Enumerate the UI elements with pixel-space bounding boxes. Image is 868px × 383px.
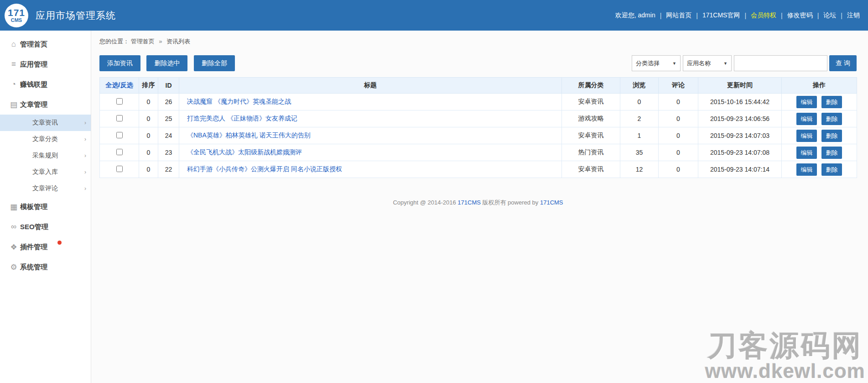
select-all-toggle[interactable]: 全选/反选 — [106, 81, 133, 89]
chevron-right-icon: › — [84, 185, 86, 192]
search-input[interactable] — [734, 55, 827, 71]
top-bar: 171 CMS 应用市场管理系统 欢迎您, admin|网站首页|171CMS官… — [0, 0, 868, 31]
chevron-down-icon: ▼ — [672, 61, 676, 66]
row-checkbox[interactable] — [116, 166, 123, 172]
sidebar-subitem-label: 文章评论 — [32, 184, 58, 193]
sidebar-item-赚钱联盟[interactable]: ◔赚钱联盟 — [0, 74, 91, 94]
header-link-item[interactable]: 171CMS官网 — [702, 11, 740, 20]
header-link-item[interactable]: 注销 — [847, 11, 860, 20]
header-link-item[interactable]: 会员特权 — [751, 11, 776, 20]
table-row: 026决战魔窟 《魔力时代》英魂圣能之战安卓资讯002015-10-16 15:… — [100, 94, 857, 110]
delete-button[interactable]: 删除 — [821, 130, 842, 142]
breadcrumb-separator: » — [159, 38, 162, 45]
sidebar-subitem-文章评论[interactable]: 文章评论› — [0, 180, 91, 197]
search-button[interactable]: 查 询 — [829, 55, 857, 71]
id-cell: 22 — [158, 161, 179, 178]
logo-text-top: 171 — [8, 8, 25, 17]
delete-button[interactable]: 删除 — [821, 163, 842, 176]
news-title-link[interactable]: 科幻手游《小兵传奇》公测火爆开启 同名小说正版授权 — [187, 165, 342, 173]
header-links: 欢迎您, admin|网站首页|171CMS官网|会员特权|修改密码|论坛|注销 — [615, 0, 860, 31]
folder-icon: ▦ — [9, 202, 18, 212]
row-checkbox[interactable] — [116, 98, 123, 105]
checkbox-cell — [100, 127, 139, 144]
sidebar-subitem-文章资讯[interactable]: 文章资讯› — [0, 115, 91, 131]
table-row: 022科幻手游《小兵传奇》公测火爆开启 同名小说正版授权安卓资讯1202015-… — [100, 161, 857, 178]
sidebar: ⌂管理首页≡应用管理◔赚钱联盟▤文章管理文章资讯›文章分类›采集规则›文章入库›… — [0, 31, 91, 383]
news-title-link[interactable]: 决战魔窟 《魔力时代》英魂圣能之战 — [187, 98, 291, 105]
edit-button[interactable]: 编辑 — [796, 163, 817, 176]
sidebar-subitem-label: 文章分类 — [32, 135, 58, 143]
edit-button[interactable]: 编辑 — [796, 130, 817, 142]
category-cell: 安卓资讯 — [562, 127, 620, 144]
delete-selected-button[interactable]: 删除选中 — [146, 55, 187, 71]
delete-button[interactable]: 删除 — [821, 147, 842, 159]
title-cell: 打造完美恋人 《正妹物语》女友养成记 — [179, 110, 562, 127]
edit-button[interactable]: 编辑 — [796, 113, 817, 125]
sidebar-subitem-label: 采集规则 — [32, 152, 58, 160]
news-title-link[interactable]: 《全民飞机大战》太阳级新战机嫦娥测评 — [187, 148, 302, 156]
header-link-item[interactable]: 网站首页 — [666, 11, 691, 20]
column-header-id: ID — [158, 78, 179, 94]
title-cell: 决战魔窟 《魔力时代》英魂圣能之战 — [179, 94, 562, 110]
link-icon: ∞ — [9, 222, 18, 231]
sidebar-item-文章管理[interactable]: ▤文章管理 — [0, 94, 91, 115]
actions-cell: 编辑删除 — [782, 94, 857, 110]
sidebar-item-系统管理[interactable]: ⚙系统管理 — [0, 257, 91, 277]
app-name-select[interactable]: 应用名称 ▼ — [683, 55, 732, 71]
logo-text-bottom: CMS — [11, 18, 22, 23]
breadcrumb-home-link[interactable]: 管理首页 — [131, 38, 155, 45]
sidebar-item-label: 赚钱联盟 — [20, 80, 47, 89]
edit-button[interactable]: 编辑 — [796, 147, 817, 159]
link-separator: | — [696, 12, 698, 19]
title-cell: 《全民飞机大战》太阳级新战机嫦娥测评 — [179, 144, 562, 161]
row-checkbox[interactable] — [116, 132, 123, 138]
link-separator: | — [660, 12, 662, 19]
header-link-item[interactable]: 修改密码 — [787, 11, 813, 20]
sidebar-subitem-文章入库[interactable]: 文章入库› — [0, 164, 91, 180]
chevron-right-icon: › — [84, 169, 86, 175]
sidebar-item-SEO管理[interactable]: ∞SEO管理 — [0, 217, 91, 237]
updated-cell: 2015-10-16 15:44:42 — [698, 94, 782, 110]
news-title-link[interactable]: 打造完美恋人 《正妹物语》女友养成记 — [187, 115, 297, 122]
news-title-link[interactable]: 《NBA英雄》柏林英雄礼 诺天王伟大的告别 — [187, 131, 311, 139]
views-cell: 2 — [620, 110, 659, 127]
table-row: 025打造完美恋人 《正妹物语》女友养成记游戏攻略202015-09-23 14… — [100, 110, 857, 127]
category-cell: 安卓资讯 — [562, 94, 620, 110]
sidebar-item-模板管理[interactable]: ▦模板管理 — [0, 197, 91, 217]
notification-badge — [57, 241, 62, 245]
table-row: 023《全民飞机大战》太阳级新战机嫦娥测评热门资讯3502015-09-23 1… — [100, 144, 857, 161]
sidebar-subitem-采集规则[interactable]: 采集规则› — [0, 147, 91, 164]
delete-button[interactable]: 删除 — [821, 96, 842, 108]
row-checkbox[interactable] — [116, 149, 123, 155]
chevron-right-icon: › — [84, 120, 86, 126]
sidebar-item-管理首页[interactable]: ⌂管理首页 — [0, 34, 91, 54]
header-link-welcome[interactable]: 欢迎您, admin — [615, 11, 655, 20]
plugin-icon: ❖ — [9, 242, 18, 252]
home-icon: ⌂ — [9, 40, 18, 49]
header-link-item[interactable]: 论坛 — [823, 11, 836, 20]
sort-cell: 0 — [139, 127, 158, 144]
table-row: 024《NBA英雄》柏林英雄礼 诺天王伟大的告别安卓资讯102015-09-23… — [100, 127, 857, 144]
sort-cell: 0 — [139, 110, 158, 127]
row-checkbox[interactable] — [116, 115, 123, 121]
add-news-button[interactable]: 添加资讯 — [99, 55, 140, 71]
category-cell: 热门资讯 — [562, 144, 620, 161]
sidebar-item-label: 文章管理 — [20, 100, 47, 109]
footer-cms-link[interactable]: 171CMS — [457, 199, 481, 206]
column-header-category: 所属分类 — [562, 78, 620, 94]
delete-all-button[interactable]: 删除全部 — [194, 55, 235, 71]
sidebar-item-应用管理[interactable]: ≡应用管理 — [0, 54, 91, 74]
category-select[interactable]: 分类选择 ▼ — [632, 55, 681, 71]
title-cell: 科幻手游《小兵传奇》公测火爆开启 同名小说正版授权 — [179, 161, 562, 178]
column-header-comments: 评论 — [659, 78, 698, 94]
edit-button[interactable]: 编辑 — [796, 96, 817, 108]
delete-button[interactable]: 删除 — [821, 113, 842, 125]
sidebar-subitem-文章分类[interactable]: 文章分类› — [0, 131, 91, 147]
app-name-select-value: 应用名称 — [687, 59, 711, 68]
views-cell: 12 — [620, 161, 659, 178]
sidebar-item-label: 模板管理 — [20, 203, 47, 211]
sidebar-item-label: 插件管理 — [20, 243, 47, 252]
sidebar-item-插件管理[interactable]: ❖插件管理 — [0, 237, 91, 257]
footer-powered-link[interactable]: 171CMS — [540, 199, 563, 206]
checkbox-cell — [100, 110, 139, 127]
